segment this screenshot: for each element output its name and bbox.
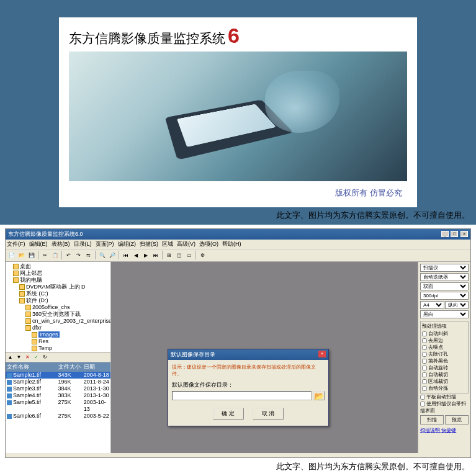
tool-save[interactable]: 💾 [27, 251, 36, 260]
file-refresh[interactable]: ↻ [41, 353, 49, 361]
menu-item[interactable]: 选项(O) [199, 241, 218, 247]
file-row[interactable]: Sample1.tif343K2004-8-18 [6, 372, 110, 379]
tree-item[interactable]: dfxr [7, 325, 109, 331]
preprocess-option[interactable]: 区域裁切 [422, 378, 467, 385]
source-select[interactable]: 自动送纸器 [420, 273, 469, 281]
preprocess-option[interactable]: 去黑边 [422, 337, 467, 344]
preprocess-group: 预处理选项 自动纠斜去黑边去噪点去除订孔填补黑色自动旋转自动裁切区域裁切自动分拣 [420, 321, 469, 393]
preprocess-option[interactable]: 填补黑色 [422, 357, 467, 364]
tool-first[interactable]: ⏮ [121, 251, 130, 260]
preprocess-option[interactable]: 去除订孔 [422, 351, 467, 357]
file-down[interactable]: ▼ [15, 353, 23, 361]
tool-crop[interactable]: ◫ [174, 251, 184, 260]
tool-zoom-in[interactable]: 🔍 [97, 251, 107, 260]
tool-open[interactable]: 📂 [17, 251, 26, 260]
tool-last[interactable]: ⏭ [151, 251, 160, 260]
file-row[interactable]: Sample3.tif384K2013-1-30 [6, 385, 110, 392]
file-row[interactable]: Sample5.tif275K2003-10-13 [6, 399, 110, 413]
dialog-label: 默认图像文件保存目录： [172, 381, 325, 389]
file-list[interactable]: Sample1.tif343K2004-8-18Sample2.tif196K2… [6, 372, 110, 453]
cancel-button[interactable]: 取 消 [253, 408, 284, 420]
tool-next[interactable]: ▶ [141, 251, 150, 260]
col-name[interactable]: 文件名称 [7, 363, 58, 371]
tree-item[interactable]: 网上邻居 [7, 270, 109, 277]
file-check[interactable]: ✓ [32, 353, 40, 361]
tree-item[interactable]: 桌面 [7, 263, 109, 270]
save-dir-dialog: 默认图像保存目录 × 提示：建议设定一个固定的图像目录来保存扫描或处理后的图像文… [168, 349, 329, 426]
file-row[interactable]: Sample6.tif275K2003-5-22 [6, 413, 110, 420]
tool-prev[interactable]: ◀ [131, 251, 140, 260]
adf-check[interactable]: 使用扫描仪自带扫描界面 [420, 400, 469, 414]
scan-button[interactable]: 扫描 [420, 415, 444, 424]
menu-item[interactable]: 文件(F) [7, 241, 25, 247]
tool-flip[interactable]: ⇋ [84, 251, 93, 260]
dpi-select[interactable]: 300dpi [420, 292, 469, 300]
menu-item[interactable]: 表格(B) [52, 241, 70, 247]
tool-settings[interactable]: ⚙ [198, 251, 207, 260]
flatbed-check[interactable]: 平板自动扫描 [420, 393, 469, 400]
menu-item[interactable]: 高级(V) [177, 241, 195, 247]
col-size[interactable]: 文件大小 [58, 363, 84, 371]
folder-tree[interactable]: 桌面网上邻居我的电脑DVDRAM驱动器 上的 D系统 (C:)软件 (D:)20… [6, 262, 110, 352]
size-select[interactable]: A4 [420, 301, 444, 309]
tree-item[interactable]: cn_win_srv_2003_r2_enterprise_with_sp2 [7, 318, 109, 325]
dialog-close-button[interactable]: × [318, 351, 326, 357]
scanner-select[interactable]: 扫描仪 [420, 264, 469, 272]
color-select[interactable]: 黑白 [420, 310, 469, 318]
tool-rotate-l[interactable]: ↶ [64, 251, 73, 260]
orient-select[interactable]: 纵向 [445, 301, 469, 309]
browse-button[interactable]: 📂 [313, 391, 325, 400]
menu-item[interactable]: 扫描(S) [140, 241, 158, 247]
tool-grid[interactable]: ⊞ [164, 251, 174, 260]
file-del[interactable]: ✕ [24, 353, 32, 361]
tool-new[interactable]: 📄 [7, 251, 16, 260]
preprocess-option[interactable]: 自动纠斜 [422, 330, 467, 337]
menu-item[interactable]: 页面(P) [96, 241, 114, 247]
preprocess-option[interactable]: 自动分拣 [422, 385, 467, 392]
menu-item[interactable]: 目录(L) [74, 241, 92, 247]
tool-cut[interactable]: ✂ [40, 251, 50, 260]
preprocess-option[interactable]: 自动旋转 [422, 364, 467, 371]
file-row[interactable]: Sample2.tif196K2011-8-24 [6, 379, 110, 385]
side-select[interactable]: 双面 [420, 282, 469, 290]
save-path-input[interactable] [172, 391, 312, 400]
menu-item[interactable]: 编辑(E) [29, 241, 48, 247]
ok-button[interactable]: 确 定 [213, 408, 244, 420]
window-title: 东方信腾影像质量监控系统6.0 [8, 230, 83, 238]
tree-item[interactable]: Images [7, 331, 109, 338]
tree-item[interactable]: 360安全浏览器下载 [7, 311, 109, 318]
left-panel: 桌面网上邻居我的电脑DVDRAM驱动器 上的 D系统 (C:)软件 (D:)20… [6, 262, 111, 453]
menubar[interactable]: 文件(F)编辑(E)表格(B)目录(L)页面(P)编组(Z)扫描(S)区域高级(… [6, 240, 470, 249]
tool-select[interactable]: ▭ [184, 251, 194, 260]
help-links[interactable]: 扫描说明 快捷键 [420, 427, 469, 434]
toolbar: 📄 📂 💾 ✂ 📋 ↶ ↷ ⇋ 🔍 🔎 ⏮ ◀ ▶ ⏭ ⊞ ◫ ▭ ⚙ [6, 249, 470, 262]
tree-item[interactable]: 2005office_chs [7, 304, 109, 311]
maximize-button[interactable]: □ [451, 231, 458, 237]
tool-copy[interactable]: 📋 [50, 251, 60, 260]
col-date[interactable]: 日期 [84, 363, 109, 371]
tree-item[interactable]: Temp [7, 345, 109, 352]
tree-item[interactable]: 系统 (C:) [7, 290, 109, 297]
tree-item[interactable]: DVDRAM驱动器 上的 D [7, 284, 109, 290]
file-up[interactable]: ▲ [6, 353, 14, 361]
disclaimer-text-2: 此文字、图片均为东方信腾实景原创。不可擅自使用。 [276, 461, 470, 472]
tree-item[interactable]: Res [7, 338, 109, 345]
tool-rotate-r[interactable]: ↷ [74, 251, 83, 260]
file-row[interactable]: Sample4.tif383K2013-1-30 [6, 392, 110, 399]
menu-item[interactable]: 帮助(H) [222, 241, 241, 247]
preprocess-option[interactable]: 去噪点 [422, 344, 467, 351]
preprocess-option[interactable]: 自动裁切 [422, 371, 467, 378]
tree-item[interactable]: 我的电脑 [7, 277, 109, 284]
preview-button[interactable]: 预览 [445, 415, 469, 424]
hand-illustration [265, 71, 339, 133]
menu-item[interactable]: 编组(Z) [118, 241, 137, 247]
scan-panel: 扫描仪 自动送纸器 双面 300dpi A4 纵向 黑白 预处理选项 自动纠斜去… [418, 262, 470, 453]
dialog-title: 默认图像保存目录 [171, 351, 215, 359]
menu-item[interactable]: 区域 [162, 241, 173, 247]
window-controls: _ □ × [441, 230, 468, 238]
close-button[interactable]: × [460, 231, 468, 237]
minimize-button[interactable]: _ [441, 231, 449, 237]
tree-item[interactable]: 软件 (D:) [7, 297, 109, 304]
tool-zoom-out[interactable]: 🔎 [107, 251, 117, 260]
version-number: 6 [228, 24, 240, 48]
